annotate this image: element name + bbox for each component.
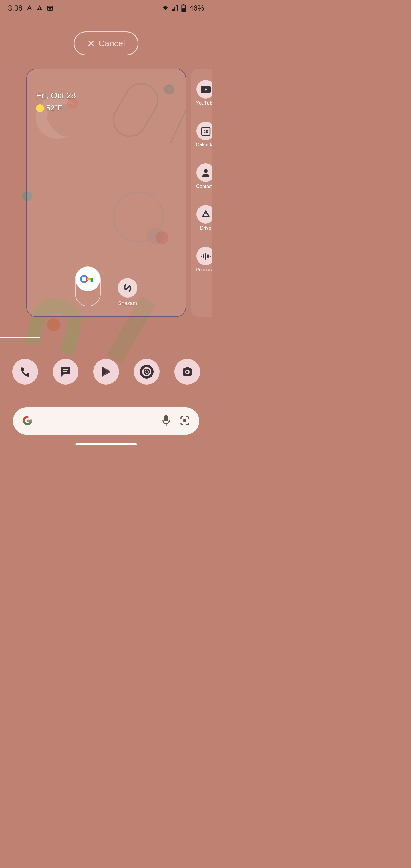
temperature-text: 52°F bbox=[46, 104, 62, 113]
mic-icon[interactable] bbox=[162, 414, 171, 428]
next-page-preview[interactable]: YouTube 28 Calendar Contacts Drive Podca… bbox=[191, 68, 212, 317]
svg-rect-13 bbox=[91, 280, 92, 282]
shazam-app[interactable]: Shazam bbox=[118, 278, 137, 306]
svg-rect-31 bbox=[164, 415, 168, 422]
calendar-icon: 28 bbox=[196, 122, 212, 140]
svg-rect-24 bbox=[63, 371, 67, 372]
svg-point-17 bbox=[204, 169, 208, 173]
wallpaper-decoration bbox=[47, 318, 60, 331]
status-battery-pct: 46% bbox=[189, 4, 204, 12]
play-store-app[interactable] bbox=[93, 359, 119, 384]
svg-rect-19 bbox=[203, 254, 204, 258]
at-a-glance-widget[interactable]: Fri, Oct 28 52°F bbox=[36, 91, 76, 113]
app-label: Contacts bbox=[196, 184, 212, 189]
chrome-app[interactable] bbox=[134, 359, 160, 384]
calendar-status-icon bbox=[46, 5, 53, 11]
shazam-icon bbox=[118, 278, 137, 298]
app-label: Calendar bbox=[196, 142, 212, 148]
youtube-app[interactable]: YouTube bbox=[196, 80, 212, 106]
app-drop-target[interactable] bbox=[75, 267, 101, 306]
app-label: Podcasts bbox=[196, 267, 212, 273]
svg-point-27 bbox=[145, 370, 148, 373]
podcasts-icon bbox=[196, 247, 212, 265]
status-time: 3:38 bbox=[8, 4, 23, 12]
drive-app[interactable]: Drive bbox=[196, 205, 212, 231]
svg-point-29 bbox=[186, 371, 188, 373]
navigation-handle[interactable] bbox=[75, 443, 137, 445]
close-icon: ✕ bbox=[87, 38, 95, 48]
svg-rect-32 bbox=[165, 423, 166, 426]
font-icon bbox=[26, 5, 33, 11]
svg-rect-22 bbox=[210, 255, 211, 257]
status-bar: 3:38 46% bbox=[0, 0, 212, 16]
svg-rect-23 bbox=[63, 369, 68, 370]
sun-icon bbox=[36, 104, 44, 112]
dock bbox=[0, 359, 212, 384]
phone-app[interactable] bbox=[12, 359, 38, 384]
svg-rect-8 bbox=[182, 8, 185, 11]
svg-text:28: 28 bbox=[203, 129, 208, 134]
svg-rect-0 bbox=[39, 7, 40, 9]
app-label: Drive bbox=[200, 225, 212, 231]
wifi-icon bbox=[162, 5, 169, 11]
home-screen-preview[interactable]: Fri, Oct 28 52°F bbox=[26, 68, 186, 317]
lens-icon[interactable] bbox=[179, 414, 191, 428]
cancel-button[interactable]: ✕ Cancel bbox=[74, 31, 138, 55]
camera-app[interactable] bbox=[175, 359, 200, 384]
battery-icon bbox=[180, 5, 187, 11]
svg-rect-1 bbox=[39, 9, 40, 10]
svg-rect-30 bbox=[27, 420, 32, 422]
app-label: YouTube bbox=[196, 100, 212, 106]
svg-rect-20 bbox=[208, 254, 209, 258]
youtube-icon bbox=[196, 80, 212, 98]
drive-icon bbox=[196, 205, 212, 223]
warning-icon bbox=[36, 5, 43, 11]
page-indicator bbox=[0, 334, 40, 338]
date-text: Fri, Oct 28 bbox=[36, 91, 76, 100]
contacts-app[interactable]: Contacts bbox=[196, 163, 212, 189]
svg-rect-18 bbox=[205, 253, 207, 259]
app-label: Shazam bbox=[118, 300, 137, 306]
svg-rect-21 bbox=[201, 255, 202, 257]
search-bar[interactable] bbox=[13, 407, 199, 435]
signal-icon bbox=[171, 5, 178, 11]
calendar-app[interactable]: 28 Calendar bbox=[196, 122, 212, 148]
messages-app[interactable] bbox=[53, 359, 78, 384]
contacts-icon bbox=[196, 163, 212, 182]
podcasts-app[interactable]: Podcasts bbox=[196, 247, 212, 273]
password-manager-app-icon[interactable] bbox=[76, 267, 100, 291]
svg-point-33 bbox=[183, 419, 186, 422]
google-logo-icon bbox=[22, 414, 33, 428]
cancel-label: Cancel bbox=[98, 38, 125, 48]
